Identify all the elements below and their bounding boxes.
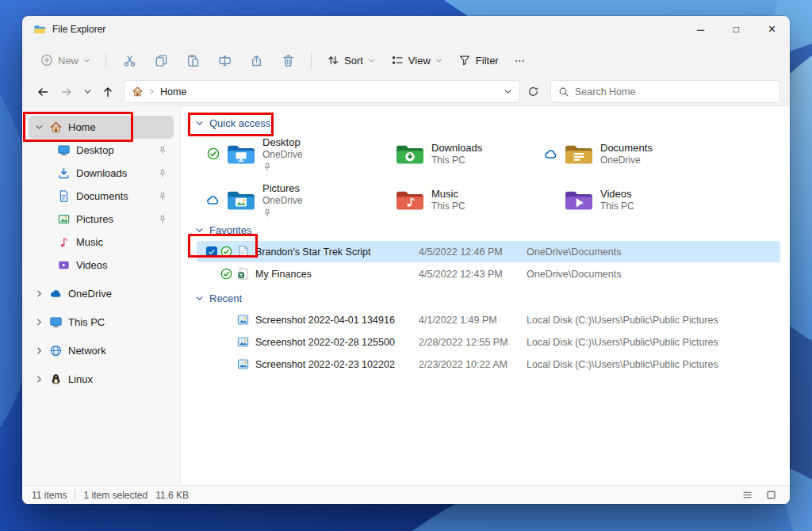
close-button[interactable]: ×: [754, 16, 790, 43]
search-box[interactable]: [550, 80, 780, 103]
copy-button[interactable]: [146, 47, 176, 74]
tile-name: Music: [431, 188, 465, 200]
tile-desktop[interactable]: Desktop OneDrive: [206, 136, 375, 172]
filter-button[interactable]: Filter: [451, 47, 506, 74]
desktop-icon: [57, 143, 71, 157]
file-row-brandons-star-trek-script[interactable]: Brandon's Star Trek Script 4/5/2022 12:4…: [197, 241, 780, 262]
tile-location: This PC: [600, 201, 634, 212]
view-label: View: [408, 55, 431, 67]
navigation-pane: Home Desktop Downloads: [22, 106, 181, 485]
linux-penguin-icon: [49, 372, 63, 386]
address-dropdown-icon[interactable]: [504, 87, 512, 96]
search-icon: [558, 86, 569, 97]
pin-icon: [158, 146, 167, 155]
section-header-recent[interactable]: Recent: [195, 292, 790, 304]
file-location: Local Disk (C:)\Users\Public\Public Pict…: [527, 359, 780, 370]
delete-button[interactable]: [273, 47, 303, 74]
forward-button[interactable]: [56, 81, 78, 103]
chevron-down-icon: [195, 294, 204, 303]
tile-name: Documents: [600, 142, 653, 154]
file-row-screenshot-2022-04-01[interactable]: Screenshot 2022-04-01 134916 4/1/2022 1:…: [197, 309, 780, 330]
search-input[interactable]: [575, 86, 772, 97]
pin-icon: [262, 208, 272, 218]
tile-music[interactable]: Music This PC: [375, 181, 544, 218]
section-title: Recent: [209, 292, 242, 304]
status-separator: [75, 490, 75, 500]
sidebar-item-home[interactable]: Home: [29, 116, 174, 139]
file-location: Local Disk (C:)\Users\Public\Public Pict…: [527, 315, 780, 326]
maximize-button[interactable]: □: [718, 16, 754, 43]
titlebar[interactable]: File Explorer ─ □ ×: [22, 16, 790, 43]
chevron-down-icon: [83, 87, 92, 96]
network-icon: [49, 344, 63, 357]
refresh-button[interactable]: [522, 81, 544, 103]
sidebar-item-label: Videos: [76, 259, 108, 271]
chevron-down-icon: [435, 57, 442, 64]
tile-documents[interactable]: Documents OneDrive: [544, 136, 713, 172]
navigation-bar: Home: [22, 78, 790, 106]
sidebar-item-music[interactable]: Music: [29, 231, 174, 254]
image-file-icon: [236, 335, 255, 349]
file-date: 4/5/2022 12:43 PM: [419, 269, 527, 280]
tile-downloads[interactable]: Downloads This PC: [375, 136, 544, 172]
row-checkbox[interactable]: [206, 246, 220, 258]
file-row-screenshot-2022-02-28[interactable]: Screenshot 2022-02-28 125500 2/28/2022 1…: [197, 331, 780, 353]
trash-icon: [282, 54, 295, 67]
section-title: Quick access: [209, 117, 270, 129]
cut-button[interactable]: [114, 47, 144, 74]
chevron-down-icon: [195, 119, 204, 128]
file-row-screenshot-2022-02-23[interactable]: Screenshot 2022-02-23 102202 2/23/2022 1…: [197, 353, 780, 375]
back-arrow-icon: [36, 86, 49, 98]
breadcrumb-home[interactable]: Home: [160, 86, 186, 97]
thumbnail-view-icon: [766, 490, 776, 500]
address-bar[interactable]: Home: [124, 80, 520, 103]
see-more-button[interactable]: ⋯: [508, 47, 532, 74]
documents-icon: [57, 189, 71, 203]
tile-location: This PC: [431, 201, 465, 212]
sidebar-item-linux[interactable]: Linux: [29, 368, 174, 391]
sidebar-item-desktop[interactable]: Desktop: [29, 139, 174, 162]
sort-button[interactable]: Sort: [320, 47, 382, 74]
file-explorer-app-icon: [33, 23, 46, 36]
sidebar-item-pictures[interactable]: Pictures: [29, 208, 174, 231]
chevron-right-icon: [35, 289, 44, 298]
section-header-quick-access[interactable]: Quick access: [195, 117, 790, 129]
cloud-status-icon: [544, 147, 557, 161]
tile-videos[interactable]: Videos This PC: [544, 181, 713, 218]
paste-button[interactable]: [178, 47, 208, 74]
section-header-favorites[interactable]: Favorites: [195, 224, 790, 236]
file-row-my-finances[interactable]: My Finances 4/5/2022 12:43 PM OneDrive\D…: [197, 263, 780, 285]
sidebar-item-network[interactable]: Network: [29, 339, 174, 362]
tile-name: Desktop: [262, 136, 303, 148]
toolbar-separator: [311, 52, 312, 69]
music-icon: [57, 235, 71, 249]
file-date: 4/1/2022 1:49 PM: [419, 315, 527, 326]
sidebar-item-label: Documents: [76, 190, 128, 202]
share-button[interactable]: [241, 47, 271, 74]
videos-folder-icon: [564, 188, 594, 212]
cut-icon: [123, 54, 136, 67]
details-view-icon: [742, 490, 753, 500]
up-button[interactable]: [97, 81, 119, 103]
details-view-toggle[interactable]: [737, 487, 756, 502]
sidebar-item-downloads[interactable]: Downloads: [29, 162, 174, 185]
sidebar-item-documents[interactable]: Documents: [29, 185, 174, 208]
minimize-button[interactable]: ─: [683, 16, 718, 43]
view-button[interactable]: View: [384, 47, 450, 74]
chevron-right-icon: [35, 346, 44, 355]
file-name: Screenshot 2022-04-01 134916: [255, 315, 419, 326]
sidebar-item-onedrive[interactable]: OneDrive: [29, 282, 174, 305]
rename-button[interactable]: [209, 47, 239, 74]
tile-pictures[interactable]: Pictures OneDrive: [206, 181, 375, 218]
sidebar-item-this-pc[interactable]: This PC: [29, 311, 174, 334]
back-button[interactable]: [32, 81, 54, 103]
home-icon: [132, 86, 144, 97]
recent-locations-button[interactable]: [79, 81, 95, 103]
file-name: Brandon's Star Trek Script: [255, 246, 419, 258]
refresh-icon: [527, 86, 539, 97]
new-button[interactable]: New: [33, 47, 98, 74]
sidebar-item-videos[interactable]: Videos: [29, 254, 174, 277]
share-icon: [250, 54, 263, 67]
large-thumbnails-toggle[interactable]: [761, 487, 780, 502]
file-date: 4/5/2022 12:46 PM: [419, 246, 527, 258]
